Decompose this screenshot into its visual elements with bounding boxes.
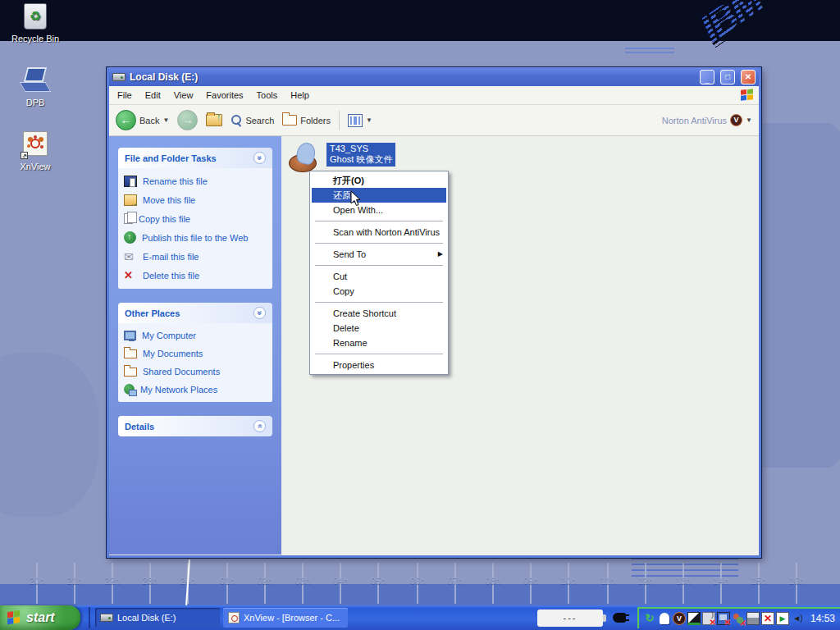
menu-edit[interactable]: Edit: [139, 88, 167, 103]
desktop-icon-label: XnView: [7, 162, 64, 171]
menu-file[interactable]: File: [111, 88, 139, 103]
close-button[interactable]: ✕: [741, 70, 756, 84]
desktop-icon-xnview[interactable]: ↗ XnView: [7, 131, 64, 171]
task-rename-this-file[interactable]: Rename this file: [124, 176, 267, 187]
expand-chevron-icon[interactable]: »: [253, 420, 266, 432]
tray-disconnected-drive-icon[interactable]: [761, 612, 774, 625]
file-tile-t43-sys[interactable]: T43_SYS Ghost 映像文件: [289, 143, 395, 172]
timeline-label: 07h: [436, 576, 474, 586]
start-label: start: [26, 610, 55, 625]
timeline-label: 04h: [322, 576, 359, 586]
start-button[interactable]: start: [0, 605, 80, 630]
up-button[interactable]: [206, 114, 222, 126]
context-menu-item-restore[interactable]: 还原: [312, 188, 446, 203]
menu-separator: [315, 221, 443, 221]
tray-messenger-offline-icon[interactable]: ✕: [732, 612, 745, 625]
shortcut-arrow-icon: ↗: [21, 152, 28, 159]
tray-clock: 14:53: [810, 613, 835, 624]
back-button[interactable]: ← Back ▼: [116, 110, 169, 130]
tray-printer-icon[interactable]: [746, 612, 760, 625]
panel-header[interactable]: Details »: [118, 416, 272, 436]
task-label: Publish this file to the Web: [142, 233, 248, 243]
tray-connection-offline-icon[interactable]: ✕: [717, 612, 730, 625]
menu-bar: File Edit View Favorites Tools Help: [109, 86, 759, 105]
timeline-label: 05h: [359, 576, 397, 586]
views-grid-icon: [348, 114, 363, 127]
windows-flag-icon: [741, 89, 754, 102]
tray-volume-icon[interactable]: ◄): [791, 612, 804, 625]
link-label: My Computer: [142, 331, 196, 340]
tray-network-disconnected-icon[interactable]: ✕: [702, 612, 715, 625]
task-copy-this-file[interactable]: Copy this file: [124, 213, 267, 224]
taskbar-task-xnview[interactable]: XnView - [Browser - C...: [223, 608, 348, 628]
context-menu-item-send-to[interactable]: Send To▶: [310, 247, 448, 262]
system-tray: ↻ V ✕ ✕ ✕ ▶ ◄) 14:53: [637, 607, 840, 628]
taskbar-task-local-disk[interactable]: Local Disk (E:): [95, 608, 220, 628]
norton-dropdown-caret[interactable]: ▼: [746, 116, 752, 124]
task-move-this-file[interactable]: Move this file: [124, 194, 267, 206]
panel-header[interactable]: File and Folder Tasks »: [118, 148, 272, 168]
link-my-computer[interactable]: My Computer: [124, 331, 267, 340]
wallpaper-timezone-ruler: 20h 21h 22h 23h 24h 01h 02h 03h 04h 05h …: [0, 563, 840, 605]
context-menu-item-open-with[interactable]: Open With...: [310, 203, 448, 217]
context-menu-item-copy[interactable]: Copy: [310, 284, 448, 299]
menu-favorites[interactable]: Favorites: [199, 88, 249, 103]
context-menu-item-create-shortcut[interactable]: Create Shortcut: [310, 306, 448, 321]
task-label: Local Disk (E:): [117, 613, 176, 623]
local-disk-icon: [100, 614, 113, 622]
menu-tools[interactable]: Tools: [250, 88, 285, 103]
my-documents-icon: [124, 349, 137, 358]
submenu-arrow-icon: ▶: [438, 247, 443, 262]
tray-media-icon[interactable]: ▶: [776, 612, 789, 625]
timeline-label: 16h: [778, 576, 815, 586]
context-menu-item-scan-norton[interactable]: Scan with Norton AntiVirus: [310, 225, 448, 240]
back-dropdown-caret[interactable]: ▼: [162, 116, 169, 124]
collapse-chevron-icon[interactable]: »: [253, 307, 266, 319]
minimize-button[interactable]: _: [700, 70, 714, 84]
xnview-icon: ↗: [21, 131, 50, 159]
search-button[interactable]: Search: [231, 115, 274, 126]
context-menu-item-delete[interactable]: Delete: [310, 321, 448, 336]
task-delete-this-file[interactable]: ✕Delete this file: [124, 270, 267, 281]
maximize-button[interactable]: □: [720, 70, 735, 84]
menu-view[interactable]: View: [167, 88, 200, 103]
laptop-icon: [21, 67, 50, 95]
norton-label: Norton AntiVirus: [662, 116, 727, 126]
link-my-network-places[interactable]: My Network Places: [124, 384, 267, 395]
tray-norton-antivirus-icon[interactable]: V: [673, 612, 686, 625]
delete-x-icon: ✕: [124, 270, 137, 281]
context-menu-item-cut[interactable]: Cut: [310, 269, 448, 284]
tray-power-meter-icon[interactable]: [687, 612, 701, 625]
context-menu-item-rename[interactable]: Rename: [310, 336, 448, 350]
folders-button[interactable]: Folders: [282, 115, 331, 126]
collapse-chevron-icon[interactable]: »: [253, 152, 266, 164]
menu-item-label: Send To: [333, 249, 366, 259]
timeline-label: 12h: [627, 576, 664, 586]
battery-meter-widget[interactable]: ---: [537, 609, 603, 627]
views-button[interactable]: ▼: [348, 114, 372, 127]
window-titlebar[interactable]: Local Disk (E:) _ □ ✕: [109, 67, 759, 86]
tray-norton-ghost-icon[interactable]: [658, 612, 671, 625]
back-label: Back: [139, 116, 159, 126]
task-email-this-file[interactable]: ✉E-mail this file: [124, 251, 267, 262]
norton-antivirus-button[interactable]: Norton AntiVirus V ▼: [662, 114, 752, 126]
forward-button[interactable]: →: [177, 110, 198, 130]
timeline-label: 23h: [131, 576, 169, 586]
desktop-icon-dpb[interactable]: DPB: [7, 67, 64, 107]
rename-icon: [124, 176, 137, 187]
tray-update-icon[interactable]: ↻: [643, 612, 656, 625]
context-menu-item-properties[interactable]: Properties: [310, 358, 448, 372]
link-my-documents[interactable]: My Documents: [124, 348, 267, 358]
wallpaper-lines: [625, 48, 674, 56]
desktop-icon-recycle-bin[interactable]: ♻ Recycle Bin: [7, 3, 64, 43]
task-label: Delete this file: [143, 271, 199, 281]
link-shared-documents[interactable]: Shared Documents: [124, 366, 267, 377]
task-label: Move this file: [143, 195, 195, 205]
context-menu-item-open[interactable]: 打开(O): [310, 173, 448, 188]
panel-header[interactable]: Other Places »: [118, 303, 272, 323]
task-publish-this-file[interactable]: Publish this file to the Web: [124, 231, 267, 244]
task-label: Copy this file: [139, 214, 190, 224]
task-label: E-mail this file: [143, 252, 199, 262]
views-dropdown-caret[interactable]: ▼: [366, 116, 372, 124]
menu-help[interactable]: Help: [284, 88, 316, 103]
